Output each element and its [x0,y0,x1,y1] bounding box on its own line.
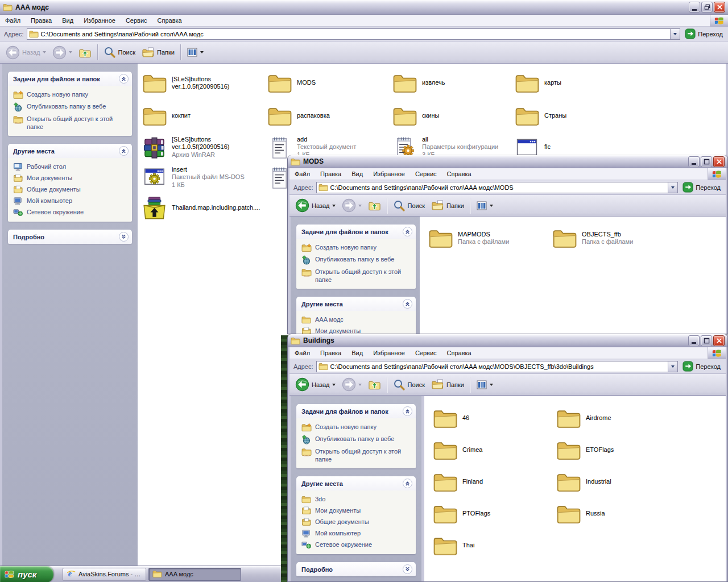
expand-chevron-icon[interactable] [403,564,412,574]
collapse-chevron-icon[interactable] [403,299,412,309]
maximize-button[interactable] [701,335,712,346]
search-button[interactable]: Поиск [101,44,138,60]
taskbar-window-button[interactable]: AAA модс [148,568,241,581]
file-tile[interactable]: insert Пакетный файл MS-DOS 1 КБ [141,164,263,191]
menu-item[interactable]: Сервис [410,171,442,177]
places-panel-header[interactable]: Другие места [8,144,132,158]
menu-item[interactable]: Правка [315,171,346,177]
task-item[interactable]: Опубликовать папку в вебе [301,435,412,444]
file-tile[interactable]: кокпит [141,102,263,130]
folders-button[interactable]: Папки [139,45,177,60]
tasks-panel-header[interactable]: Задачи для файлов и папок [296,404,416,418]
menu-item[interactable]: Правка [26,17,57,24]
file-tile[interactable]: Thai [432,532,554,559]
menu-item[interactable]: Избранное [368,171,410,177]
file-tile[interactable]: 46 [432,405,554,432]
file-tile[interactable]: [SLeS]buttons ver.1.0.5f(20090516) [141,69,263,97]
menu-item[interactable]: Вид [57,17,78,24]
taskbar-window-button[interactable]: e AviaSkins.Forums - O... [63,568,146,581]
file-tile[interactable]: Thailand.map.including.patch.... [141,194,263,222]
details-panel-header[interactable]: Подробно [296,562,416,576]
collapse-chevron-icon[interactable] [119,74,129,84]
forward-button[interactable] [49,44,75,61]
task-item[interactable]: Открыть общий доступ к этой папке [301,268,412,284]
close-button[interactable] [714,2,725,13]
file-tile[interactable]: [SLeS]buttons ver.1.0.5f(20090516) Архив… [141,134,263,161]
place-item[interactable]: Мои документы [301,506,412,515]
place-item[interactable]: 3do [301,495,412,504]
file-tile[interactable]: MAPMODS Папка с файлами [427,225,549,252]
file-tile[interactable]: Страны [514,102,636,130]
maximize-button[interactable] [701,156,712,167]
menu-item[interactable]: Сервис [410,350,442,356]
address-dropdown-button[interactable] [668,182,677,193]
address-dropdown-button[interactable] [670,29,680,39]
places-panel-header[interactable]: Другие места [296,297,416,311]
place-item[interactable]: Общие документы [13,185,129,194]
close-button[interactable] [713,335,725,346]
task-item[interactable]: Создать новую папку [301,243,412,252]
back-button[interactable]: Назад [3,44,49,61]
collapse-chevron-icon[interactable] [119,146,129,156]
views-button[interactable] [184,45,206,60]
tasks-panel-header[interactable]: Задачи для файлов и папок [296,225,416,239]
back-button[interactable]: Назад [292,197,338,214]
address-input[interactable]: C:\Documents and Settings\папа\Рабочий с… [316,361,679,372]
task-item[interactable]: Открыть общий доступ к этой папке [301,447,412,463]
file-tile[interactable]: Russia [555,500,677,527]
file-tile[interactable]: MODS [266,69,388,97]
details-panel-header[interactable]: Подробно [8,230,132,244]
file-tile[interactable]: PTOFlags [432,500,554,527]
up-button[interactable] [365,197,384,214]
views-button[interactable] [473,377,496,392]
address-input[interactable]: C:\Documents and Settings\папа\Рабочий с… [27,28,681,40]
place-item[interactable]: Мой компьютер [13,197,129,205]
go-button[interactable]: Переход [681,182,723,193]
menu-item[interactable]: Правка [315,350,346,356]
place-item[interactable]: Мои документы [13,174,129,182]
menu-item[interactable]: Справка [152,17,187,24]
place-item[interactable]: Рабочий стол [13,163,129,171]
folders-button[interactable]: Папки [428,377,467,392]
folders-button[interactable]: Папки [428,198,467,213]
file-tile[interactable]: Finland [432,468,554,496]
minimize-button[interactable] [689,2,700,13]
back-button[interactable]: Назад [292,376,338,393]
up-button[interactable] [365,376,384,393]
restore-button[interactable] [701,2,713,13]
place-item[interactable]: AAA модс [301,315,412,324]
file-tile[interactable]: Industrial [555,468,677,496]
task-item[interactable]: Опубликовать папку в вебе [301,255,412,265]
menu-item[interactable]: Файл [289,171,315,177]
place-item[interactable]: Сетевое окружение [13,208,129,217]
task-item[interactable]: Опубликовать папку в вебе [13,102,129,112]
place-item[interactable]: Мой компьютер [301,529,412,538]
place-item[interactable]: Сетевое окружение [301,541,412,549]
file-tile[interactable]: извлечь [391,69,514,97]
forward-button[interactable] [339,376,365,393]
file-tile[interactable]: OBJECTS_ffb Папка с файлами [551,225,673,252]
place-item[interactable]: Мои документы [301,327,412,334]
views-button[interactable] [473,198,496,213]
collapse-chevron-icon[interactable] [403,227,412,236]
minimize-button[interactable] [688,156,700,167]
start-button[interactable]: пуск [0,566,53,582]
address-input[interactable]: C:\Documents and Settings\папа\Рабочий с… [316,182,679,193]
minimize-button[interactable] [688,335,700,346]
forward-button[interactable] [339,197,365,214]
expand-chevron-icon[interactable] [119,232,129,242]
go-button[interactable]: Переход [681,361,723,372]
menu-item[interactable]: Вид [346,350,368,356]
menu-item[interactable]: Вид [346,171,368,177]
menu-item[interactable]: Избранное [78,17,121,24]
file-tile[interactable]: распаковка [266,102,388,130]
menu-item[interactable]: Справка [442,171,477,177]
up-button[interactable] [76,44,94,61]
file-tile[interactable]: карты [514,69,636,97]
collapse-chevron-icon[interactable] [403,479,412,488]
file-tile[interactable]: Crimea [432,436,554,464]
menu-item[interactable]: Файл [289,350,315,356]
places-panel-header[interactable]: Другие места [296,476,416,490]
search-button[interactable]: Поиск [390,377,428,393]
task-item[interactable]: Открыть общий доступ к этой папке [13,115,129,131]
